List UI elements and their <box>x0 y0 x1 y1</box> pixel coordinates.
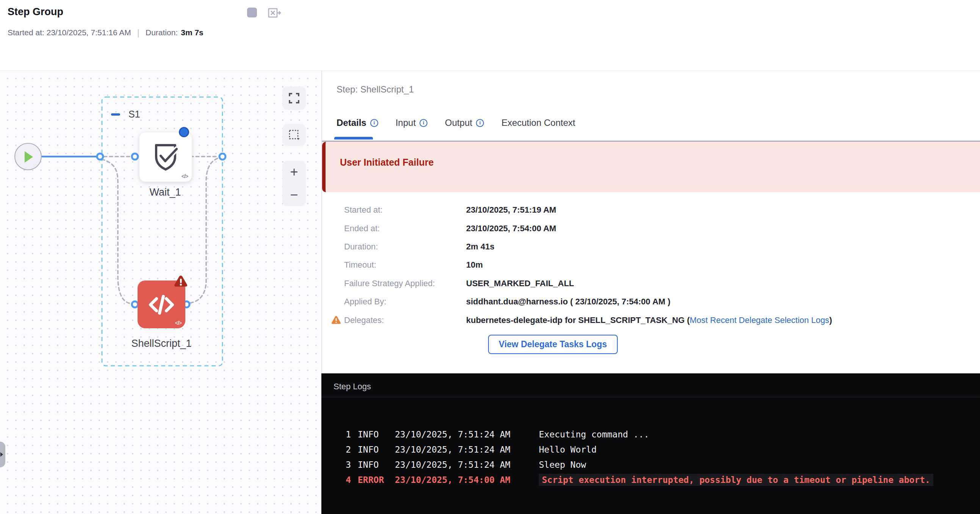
delegate-selection-logs-link[interactable]: Most Recent Delegate Selection Logs <box>690 315 829 325</box>
started-at-text: Started at: 23/10/2025, 7:51:16 AM <box>8 28 131 37</box>
failure-banner: User Initiated Failure <box>322 142 980 192</box>
zoom-out-button[interactable]: − <box>282 183 306 206</box>
detail-row-timeout: Timeout: 10m <box>322 256 980 274</box>
detail-row-ended-at: Ended at: 23/10/2025, 7:54:00 AM <box>322 219 980 237</box>
delegate-value: kubernetes-delegate-idp for SHELL_SCRIPT… <box>466 315 690 325</box>
duration-label: Duration: <box>146 28 178 37</box>
template-code-glyph: </> <box>175 320 181 326</box>
tab-output[interactable]: Output i <box>445 118 484 131</box>
step-logs-panel: Step Logs 1 INFO 23/10/2025, 7:51:24 AM … <box>321 373 980 514</box>
info-icon[interactable]: i <box>420 119 428 127</box>
tabs-separator <box>322 141 980 142</box>
detail-row-duration: Duration: 2m 41s <box>322 238 980 256</box>
log-line-error: 4 ERROR 23/10/2025, 7:54:00 AM Script ex… <box>321 472 980 487</box>
view-delegate-tasks-logs-button[interactable]: View Delegate Tasks Logs <box>488 335 618 354</box>
step-details-list: Started at: 23/10/2025, 7:51:19 AM Ended… <box>322 201 980 354</box>
log-line: 1 INFO 23/10/2025, 7:51:24 AM Executing … <box>321 427 980 442</box>
detail-row-failure-strategy: Failure Strategy Applied: USER_MARKED_FA… <box>322 274 980 293</box>
tab-details[interactable]: Details i <box>337 118 378 131</box>
duration-value: 3m 7s <box>181 28 204 37</box>
log-console[interactable]: 1 INFO 23/10/2025, 7:51:24 AM Executing … <box>321 397 980 487</box>
failure-banner-text: User Initiated Failure <box>340 157 434 168</box>
execution-meta: Started at: 23/10/2025, 7:51:16 AM | Dur… <box>8 27 204 38</box>
detail-row-applied-by: Applied By: siddhant.dua@harness.io ( 23… <box>322 293 980 311</box>
pipeline-start-node <box>14 143 42 170</box>
detail-row-started-at: Started at: 23/10/2025, 7:51:19 AM <box>322 201 980 219</box>
step-status-indicator <box>179 127 189 137</box>
log-line: 3 INFO 23/10/2025, 7:51:24 AM Sleep Now <box>321 457 980 472</box>
wait-step-label: Wait_1 <box>124 186 207 198</box>
canvas-fullscreen-button[interactable] <box>282 86 306 110</box>
step-failed-badge-icon <box>173 274 188 288</box>
play-icon <box>24 151 34 163</box>
warning-icon <box>331 315 341 326</box>
tab-input[interactable]: Input i <box>396 118 428 131</box>
step-tabs: Details i Input i Output i Execution Con… <box>337 118 575 131</box>
pipeline-canvas[interactable]: S1 </> Wait_1 </> <box>0 71 321 514</box>
step-panel-title: Step: ShellScript_1 <box>337 84 414 95</box>
wait-step-node[interactable]: </> <box>139 132 192 182</box>
canvas-select-button[interactable] <box>282 124 306 146</box>
stage-group-name: S1 <box>129 109 140 120</box>
marquee-select-icon <box>288 129 301 142</box>
page-title: Step Group <box>8 6 63 18</box>
info-icon[interactable]: i <box>476 119 484 127</box>
stage-group-header: S1 <box>111 109 140 120</box>
zoom-in-button[interactable]: + <box>282 161 306 183</box>
shellscript-step-label: ShellScript_1 <box>120 338 203 350</box>
canvas-zoom-control: + − <box>282 161 306 206</box>
panel-divider <box>321 70 322 373</box>
log-line: 2 INFO 23/10/2025, 7:51:24 AM Hello Worl… <box>321 442 980 457</box>
meta-divider: | <box>137 27 140 38</box>
tab-execution-context[interactable]: Execution Context <box>501 118 575 131</box>
expand-sidebar-handle[interactable] <box>0 442 5 467</box>
pipeline-execution-view: Step Group Started at: 23/10/2025, 7:51:… <box>0 0 980 514</box>
fullscreen-icon <box>288 92 300 104</box>
stop-icon[interactable] <box>247 8 257 18</box>
step-logs-title: Step Logs <box>334 382 371 391</box>
info-icon[interactable]: i <box>370 119 378 127</box>
collapse-group-icon[interactable] <box>111 113 120 116</box>
step-group-header: Step Group Started at: 23/10/2025, 7:51:… <box>0 0 980 71</box>
template-code-glyph: </> <box>181 173 188 179</box>
export-step-icon[interactable] <box>267 6 281 20</box>
shellscript-step-icon <box>147 290 176 319</box>
delegate-button-row: View Delegate Tasks Logs <box>488 335 980 354</box>
wait-step-icon <box>152 142 179 172</box>
detail-row-delegates: Delegates: kubernetes-delegate-idp for S… <box>322 311 980 329</box>
